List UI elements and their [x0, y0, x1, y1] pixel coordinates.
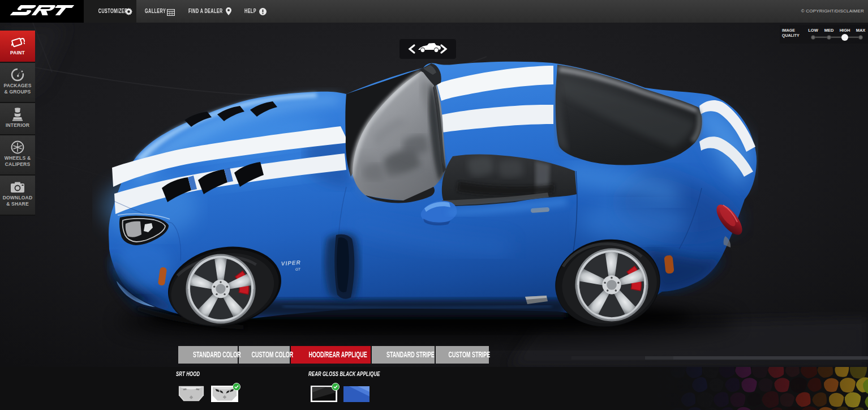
svg-text:GT: GT [295, 267, 302, 271]
